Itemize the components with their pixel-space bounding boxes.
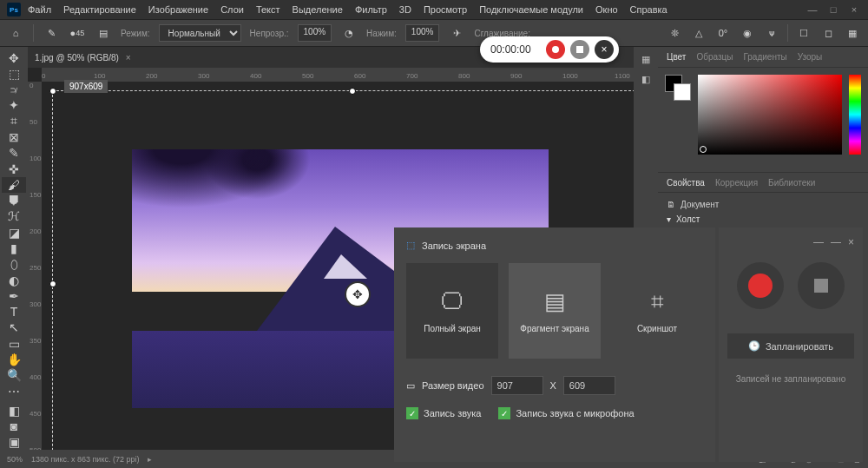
video-size-label: Размер видео	[422, 380, 484, 391]
record-button[interactable]	[546, 40, 565, 59]
menu-изображение[interactable]: Изображение	[148, 4, 208, 15]
pressure-opacity-icon[interactable]: ◔	[340, 24, 358, 42]
tab-close-icon[interactable]: ×	[126, 53, 131, 63]
lasso-tool[interactable]: ⟉	[2, 82, 26, 97]
eyedropper-tool[interactable]: ✎	[2, 146, 26, 161]
blur-tool[interactable]: ⬯	[2, 257, 26, 272]
marquee-tool[interactable]: ⬚	[2, 66, 26, 81]
panel-close-icon[interactable]: ×	[848, 236, 854, 248]
minimize-button[interactable]: —	[806, 4, 819, 15]
screen-mode[interactable]: ▣	[2, 435, 26, 450]
hue-slider[interactable]	[849, 75, 861, 155]
pen-tool[interactable]: ✒	[2, 288, 26, 303]
dock-icon-2[interactable]: ◧	[641, 74, 650, 85]
frame-tool[interactable]: ⊠	[2, 129, 26, 144]
menu-3d[interactable]: 3D	[399, 4, 411, 15]
menu-окно[interactable]: Окно	[595, 4, 618, 15]
menu-выделение[interactable]: Выделение	[293, 4, 343, 15]
handle-tc[interactable]	[349, 88, 356, 95]
quick-mask[interactable]: ◙	[2, 419, 26, 433]
butterfly-icon[interactable]: ᴪ	[763, 24, 780, 42]
height-input[interactable]	[563, 376, 615, 395]
dock-icon-1[interactable]: ▦	[641, 54, 650, 65]
tab-color[interactable]: Цвет	[667, 52, 686, 62]
angle-value[interactable]: 0°	[714, 24, 732, 42]
share-icon[interactable]: ☐	[795, 24, 812, 42]
color-swatch[interactable]	[665, 75, 691, 101]
schedule-button[interactable]: 🕒 Запланировать	[727, 333, 854, 359]
history-brush-tool[interactable]: ℋ	[2, 209, 26, 224]
tab-libraries[interactable]: Библиотеки	[768, 178, 815, 188]
opacity-value[interactable]: 100%	[298, 24, 332, 42]
tab-adjustments[interactable]: Коррекция	[715, 178, 758, 188]
handle-ml[interactable]	[49, 280, 56, 287]
shape-tool[interactable]: ▭	[2, 336, 26, 351]
tab-patterns[interactable]: Узоры	[798, 52, 823, 62]
recording-toolbar[interactable]: 00:00:00 ×	[480, 36, 619, 63]
stamp-tool[interactable]: ⛊	[2, 194, 26, 208]
brush-tool[interactable]: 🖌	[2, 177, 26, 192]
menu-справка[interactable]: Справка	[630, 4, 667, 15]
angle-icon[interactable]: △	[690, 24, 707, 42]
symmetry-icon[interactable]: ❊	[666, 24, 683, 42]
search-icon[interactable]: ◻	[819, 24, 837, 42]
airbrush-icon[interactable]: ✈	[448, 24, 465, 42]
big-record-button[interactable]	[737, 262, 784, 309]
heal-tool[interactable]: ✜	[2, 161, 26, 176]
pressure-icon[interactable]: ◉	[739, 24, 756, 42]
aspect-icon: ▭	[406, 380, 415, 392]
checkbox-mic[interactable]: ✓Запись звука с микрофона	[498, 407, 634, 419]
color-panel	[658, 68, 868, 172]
status-arrow-icon[interactable]: ▸	[148, 455, 152, 464]
crop-icon: ⌗	[651, 288, 664, 315]
picker-cursor[interactable]	[700, 146, 707, 153]
tab-gradients[interactable]: Градиенты	[743, 52, 786, 62]
menu-редактирование[interactable]: Редактирование	[63, 4, 136, 15]
menu-подключаемые модули[interactable]: Подключаемые модули	[479, 4, 583, 15]
menu-слои[interactable]: Слои	[220, 4, 244, 15]
recbar-close-button[interactable]: ×	[595, 40, 614, 59]
close-button[interactable]: ×	[847, 4, 861, 15]
checkbox-audio[interactable]: ✓Запись звука	[406, 407, 481, 419]
width-input[interactable]	[491, 376, 543, 395]
zoom-tool[interactable]: 🔍	[2, 368, 26, 383]
brush-panel-icon[interactable]: ▤	[95, 24, 112, 42]
panel-restore-icon[interactable]: —	[831, 236, 841, 248]
brush-preset[interactable]: ●45	[69, 24, 86, 42]
move-tool[interactable]: ✥	[2, 50, 26, 65]
document-icon: 🗎	[667, 200, 675, 209]
menu-текст[interactable]: Текст	[256, 4, 280, 15]
tab-swatches[interactable]: Образцы	[696, 52, 733, 62]
crop-tool[interactable]: ⌗	[2, 114, 26, 129]
menu-фильтр[interactable]: Фильтр	[355, 4, 387, 15]
dodge-tool[interactable]: ◐	[2, 273, 26, 287]
panel-minimize-icon[interactable]: —	[813, 236, 824, 248]
stop-button[interactable]	[570, 40, 589, 59]
maximize-button[interactable]: □	[826, 4, 840, 15]
blend-mode-select[interactable]: Нормальный	[159, 24, 241, 42]
big-stop-button[interactable]	[798, 262, 845, 309]
menu-просмотр[interactable]: Просмотр	[424, 4, 467, 15]
zoom-level[interactable]: 50%	[7, 455, 23, 464]
option-fullscreen[interactable]: 🖵 Полный экран	[406, 263, 498, 359]
handle-tl[interactable]	[49, 88, 56, 95]
canvas-collapse-icon[interactable]: ▾	[667, 214, 671, 224]
tab-properties[interactable]: Свойства	[667, 178, 705, 188]
menu-файл[interactable]: Файл	[28, 4, 51, 15]
color-picker[interactable]	[698, 75, 842, 155]
wand-tool[interactable]: ✦	[2, 98, 26, 113]
workspace-icon[interactable]: ▦	[844, 24, 861, 42]
option-fragment[interactable]: ▤ Фрагмент экрана	[509, 263, 601, 359]
eraser-tool[interactable]: ◪	[2, 225, 26, 240]
flow-value[interactable]: 100%	[405, 24, 440, 42]
home-icon[interactable]: ⌂	[7, 24, 24, 42]
color-swap[interactable]: ◧	[2, 403, 26, 418]
option-screenshot[interactable]: ⌗ Скриншот	[611, 263, 703, 359]
more-tools[interactable]: ⋯	[2, 384, 26, 399]
hand-tool[interactable]: ✋	[2, 352, 26, 366]
brush-icon[interactable]: ✎	[43, 24, 60, 42]
gradient-tool[interactable]: ▮	[2, 241, 26, 255]
path-tool[interactable]: ↖	[2, 320, 26, 335]
type-tool[interactable]: T	[2, 305, 26, 320]
record-control-panel: — — × 🕒 Запланировать Записей не заплани…	[719, 227, 863, 462]
